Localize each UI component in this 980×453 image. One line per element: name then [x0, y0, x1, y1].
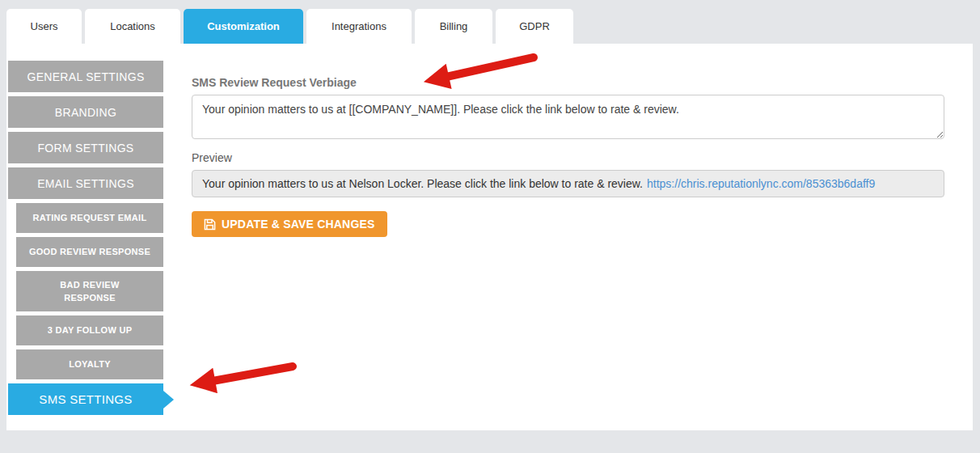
floppy-disk-icon [204, 218, 216, 231]
preview-box: Your opinion matters to us at Nelson Loc… [192, 170, 944, 197]
update-save-button[interactable]: UPDATE & SAVE CHANGES [192, 211, 387, 237]
sidebar-item-email-settings[interactable]: EMAIL SETTINGS [8, 167, 163, 199]
preview-label: Preview [192, 151, 232, 164]
tab-bar: Users Locations Customization Integratio… [6, 9, 573, 44]
content-panel: GENERAL SETTINGS BRANDING FORM SETTINGS … [6, 44, 973, 430]
tab-billing[interactable]: Billing [415, 9, 492, 44]
sidebar-item-bad-review-response[interactable]: BAD REVIEW RESPONSE [16, 271, 163, 311]
tab-gdpr[interactable]: GDPR [496, 9, 573, 44]
sms-verbiage-textarea[interactable]: Your opinion matters to us at [[COMPANY_… [192, 95, 944, 139]
tab-integrations[interactable]: Integrations [306, 9, 412, 44]
sidebar-item-branding[interactable]: BRANDING [8, 96, 163, 128]
page: Users Locations Customization Integratio… [0, 0, 980, 453]
preview-link[interactable]: https://chris.reputationlync.com/85363b6… [647, 177, 875, 190]
tab-customization[interactable]: Customization [184, 9, 303, 44]
verbiage-label: SMS Review Request Verbiage [192, 76, 357, 89]
tab-users[interactable]: Users [6, 9, 82, 44]
sidebar-item-loyalty[interactable]: LOYALTY [16, 349, 163, 379]
sidebar-item-rating-request-email[interactable]: RATING REQUEST EMAIL [16, 203, 163, 233]
customization-sidebar: GENERAL SETTINGS BRANDING FORM SETTINGS … [8, 61, 163, 419]
sidebar-item-good-review-response[interactable]: GOOD REVIEW RESPONSE [16, 237, 163, 267]
tab-locations[interactable]: Locations [85, 9, 180, 44]
update-save-button-label: UPDATE & SAVE CHANGES [222, 218, 375, 231]
sidebar-item-3-day-follow-up[interactable]: 3 DAY FOLLOW UP [16, 315, 163, 345]
sidebar-item-sms-settings[interactable]: SMS SETTINGS [8, 383, 163, 415]
sidebar-item-general-settings[interactable]: GENERAL SETTINGS [8, 61, 163, 92]
sidebar-item-form-settings[interactable]: FORM SETTINGS [8, 132, 163, 163]
preview-text: Your opinion matters to us at Nelson Loc… [202, 177, 643, 190]
